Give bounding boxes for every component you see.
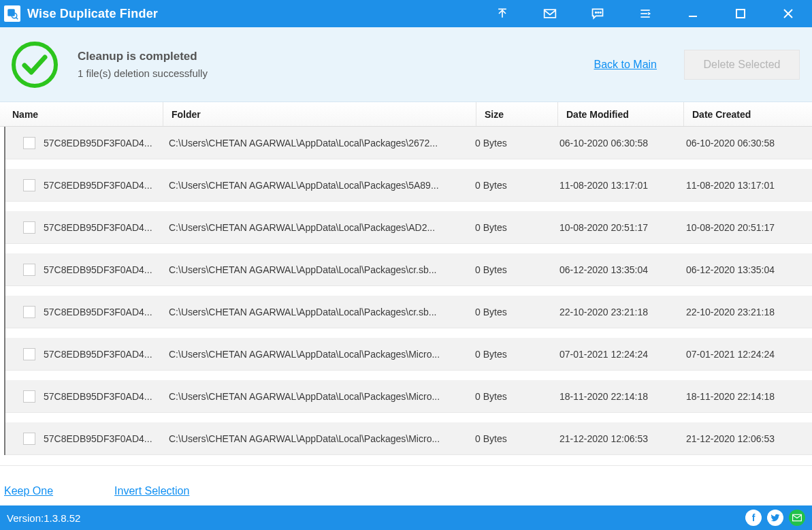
cell-created: 07-01-2021 12:24:24 [686,349,812,360]
cell-name: 57C8EDB95DF3F0AD4... [44,138,166,149]
cell-folder: C:\Users\CHETAN AGARWAL\AppData\Local\Pa… [166,222,475,233]
row-checkbox[interactable] [23,433,35,445]
cell-created: 06-10-2020 06:30:58 [686,138,812,149]
cell-created: 22-10-2020 23:21:18 [686,307,812,317]
cell-created: 11-08-2020 13:17:01 [686,180,812,191]
table-row[interactable]: 57C8EDB95DF3F0AD4... C:\Users\CHETAN AGA… [5,253,812,286]
maximize-button[interactable] [717,0,764,27]
results-list[interactable]: 57C8EDB95DF3F0AD4... C:\Users\CHETAN AGA… [0,127,812,477]
success-check-icon [11,41,59,89]
cell-size: 0 Bytes [475,349,559,360]
svg-line-2 [16,17,18,19]
cell-modified: 06-10-2020 06:30:58 [559,138,686,149]
invert-selection-link[interactable]: Invert Selection [114,485,189,497]
keep-one-link[interactable]: Keep One [4,485,53,497]
twitter-icon[interactable] [767,510,783,526]
cell-modified: 22-10-2020 23:21:18 [559,307,686,317]
cell-name: 57C8EDB95DF3F0AD4... [44,307,166,317]
row-checkbox[interactable] [23,179,35,191]
cell-modified: 11-08-2020 13:17:01 [559,180,686,191]
email-icon[interactable] [789,510,805,526]
cell-folder: C:\Users\CHETAN AGARWAL\AppData\Local\Pa… [166,307,475,317]
cell-size: 0 Bytes [475,138,559,149]
cell-folder: C:\Users\CHETAN AGARWAL\AppData\Local\Pa… [166,138,475,149]
cell-size: 0 Bytes [475,391,559,402]
row-checkbox[interactable] [23,348,35,360]
minimize-button[interactable] [669,0,717,27]
header-created[interactable]: Date Created [684,102,812,126]
header-name[interactable]: Name [0,102,163,126]
row-checkbox[interactable] [23,306,35,318]
row-checkbox[interactable] [23,137,35,149]
header-size[interactable]: Size [476,102,558,126]
table-row[interactable]: 57C8EDB95DF3F0AD4... C:\Users\CHETAN AGA… [5,127,812,159]
mail-icon[interactable] [526,0,574,27]
app-icon [4,5,20,22]
cleanup-banner: Cleanup is completed 1 file(s) deletion … [0,27,812,102]
cell-created: 18-11-2020 22:14:18 [686,391,812,402]
banner-title: Cleanup is completed [78,50,594,63]
row-checkbox[interactable] [23,221,35,234]
cell-created: 06-12-2020 13:35:04 [686,264,812,275]
svg-point-5 [598,12,599,14]
version-label: Version:1.3.8.52 [7,512,80,524]
cell-folder: C:\Users\CHETAN AGARWAL\AppData\Local\Pa… [166,264,475,275]
back-to-main-link[interactable]: Back to Main [594,59,657,71]
cell-folder: C:\Users\CHETAN AGARWAL\AppData\Local\Pa… [166,349,475,360]
table-row[interactable]: 57C8EDB95DF3F0AD4... C:\Users\CHETAN AGA… [5,296,812,328]
statusbar: Version:1.3.8.52 f [0,505,812,530]
table-row[interactable]: 57C8EDB95DF3F0AD4... C:\Users\CHETAN AGA… [5,169,812,202]
cell-size: 0 Bytes [475,222,559,233]
close-button[interactable] [764,0,812,27]
svg-rect-11 [736,10,745,18]
cell-name: 57C8EDB95DF3F0AD4... [44,222,166,233]
banner-subtitle: 1 file(s) deletion successfully [78,67,594,79]
cell-modified: 07-01-2021 12:24:24 [559,349,686,360]
cell-created: 21-12-2020 12:06:53 [686,433,812,444]
header-folder[interactable]: Folder [163,102,476,126]
cell-size: 0 Bytes [475,264,559,275]
svg-rect-0 [7,9,15,16]
cell-folder: C:\Users\CHETAN AGARWAL\AppData\Local\Pa… [166,433,475,444]
table-row[interactable]: 57C8EDB95DF3F0AD4... C:\Users\CHETAN AGA… [5,380,812,413]
delete-selected-button[interactable]: Delete Selected [684,50,800,80]
svg-rect-3 [545,10,556,18]
column-headers: Name Folder Size Date Modified Date Crea… [0,102,812,127]
cell-folder: C:\Users\CHETAN AGARWAL\AppData\Local\Pa… [166,391,475,402]
cell-modified: 18-11-2020 22:14:18 [559,391,686,402]
cell-size: 0 Bytes [475,307,559,317]
cell-name: 57C8EDB95DF3F0AD4... [44,180,166,191]
svg-point-4 [596,12,597,14]
cell-name: 57C8EDB95DF3F0AD4... [44,349,166,360]
row-checkbox[interactable] [23,264,35,276]
facebook-icon[interactable]: f [745,510,762,526]
row-checkbox[interactable] [23,390,35,403]
bottom-linkbar: Keep One Invert Selection [0,477,812,505]
cell-size: 0 Bytes [475,433,559,444]
cell-name: 57C8EDB95DF3F0AD4... [44,391,166,402]
cell-created: 10-08-2020 20:51:17 [686,222,812,233]
feedback-icon[interactable] [574,0,621,27]
menu-icon[interactable] [621,0,669,27]
svg-point-14 [14,44,56,86]
upgrade-icon[interactable] [478,0,526,27]
cell-modified: 10-08-2020 20:51:17 [559,222,686,233]
titlebar: Wise Duplicate Finder [0,0,812,27]
cell-name: 57C8EDB95DF3F0AD4... [44,264,166,275]
cell-folder: C:\Users\CHETAN AGARWAL\AppData\Local\Pa… [166,180,475,191]
table-row[interactable]: 57C8EDB95DF3F0AD4... C:\Users\CHETAN AGA… [5,211,812,244]
app-title: Wise Duplicate Finder [27,7,158,21]
cell-size: 0 Bytes [475,180,559,191]
table-row[interactable]: 57C8EDB95DF3F0AD4... C:\Users\CHETAN AGA… [5,422,812,455]
table-row[interactable]: 57C8EDB95DF3F0AD4... C:\Users\CHETAN AGA… [5,338,812,371]
svg-point-6 [600,12,601,14]
cell-modified: 06-12-2020 13:35:04 [559,264,686,275]
cell-name: 57C8EDB95DF3F0AD4... [44,433,166,444]
cell-modified: 21-12-2020 12:06:53 [559,433,686,444]
header-modified[interactable]: Date Modified [558,102,684,126]
